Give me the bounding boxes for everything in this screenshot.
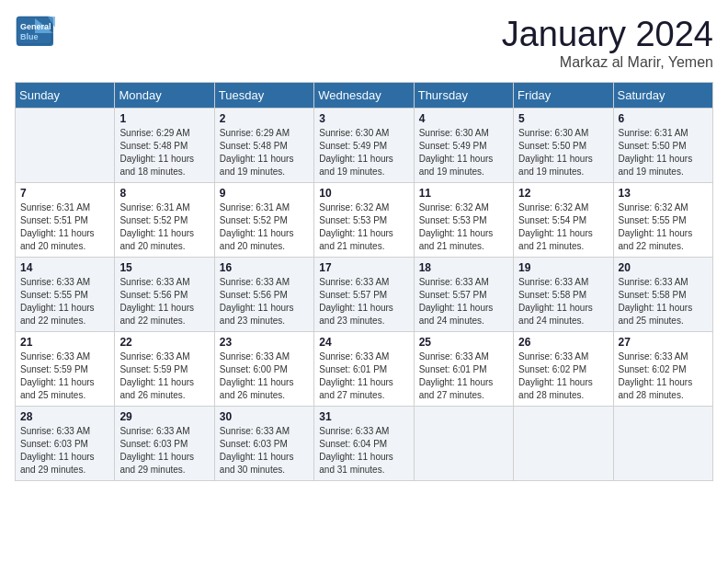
weekday-header: Saturday [613, 83, 712, 109]
day-info: Sunrise: 6:30 AM Sunset: 5:49 PM Dayligh… [419, 127, 508, 178]
calendar-week-row: 1Sunrise: 6:29 AM Sunset: 5:48 PM Daylig… [16, 109, 713, 183]
day-info: Sunrise: 6:33 AM Sunset: 6:01 PM Dayligh… [419, 350, 508, 402]
day-number: 10 [319, 187, 408, 200]
day-number: 1 [119, 112, 209, 125]
day-number: 19 [518, 261, 608, 274]
calendar-cell: 25Sunrise: 6:33 AM Sunset: 6:01 PM Dayli… [414, 332, 513, 407]
calendar-cell: 3Sunrise: 6:30 AM Sunset: 5:49 PM Daylig… [314, 109, 414, 183]
day-number: 14 [20, 261, 109, 274]
day-number: 9 [220, 187, 309, 200]
calendar-cell: 13Sunrise: 6:32 AM Sunset: 5:55 PM Dayli… [613, 183, 712, 258]
day-info: Sunrise: 6:29 AM Sunset: 5:48 PM Dayligh… [220, 127, 309, 178]
day-info: Sunrise: 6:33 AM Sunset: 5:56 PM Dayligh… [220, 276, 309, 327]
logo: General Blue [15, 15, 55, 48]
calendar-cell: 7Sunrise: 6:31 AM Sunset: 5:51 PM Daylig… [16, 183, 115, 258]
day-number: 12 [518, 187, 608, 200]
page-header: General Blue January 2024 Markaz al Mari… [15, 15, 713, 71]
day-number: 11 [419, 187, 508, 200]
day-info: Sunrise: 6:33 AM Sunset: 5:57 PM Dayligh… [419, 276, 508, 327]
month-title: January 2024 [502, 15, 713, 54]
calendar-cell: 23Sunrise: 6:33 AM Sunset: 6:00 PM Dayli… [214, 332, 313, 407]
calendar-cell [514, 407, 613, 481]
calendar-cell [414, 407, 513, 481]
calendar-cell: 18Sunrise: 6:33 AM Sunset: 5:57 PM Dayli… [414, 258, 513, 332]
day-number: 28 [20, 410, 109, 423]
day-number: 31 [319, 410, 408, 423]
calendar-cell: 6Sunrise: 6:31 AM Sunset: 5:50 PM Daylig… [613, 109, 712, 183]
calendar-cell: 26Sunrise: 6:33 AM Sunset: 6:02 PM Dayli… [514, 332, 613, 407]
weekday-header: Tuesday [214, 83, 313, 109]
calendar-cell: 4Sunrise: 6:30 AM Sunset: 5:49 PM Daylig… [414, 109, 513, 183]
day-number: 3 [319, 112, 408, 125]
day-info: Sunrise: 6:33 AM Sunset: 6:00 PM Dayligh… [220, 350, 309, 402]
day-number: 23 [220, 336, 309, 349]
location-title: Markaz al Marir, Yemen [502, 54, 713, 71]
calendar-cell: 11Sunrise: 6:32 AM Sunset: 5:53 PM Dayli… [414, 183, 513, 258]
day-info: Sunrise: 6:32 AM Sunset: 5:55 PM Dayligh… [619, 201, 708, 253]
calendar-cell: 14Sunrise: 6:33 AM Sunset: 5:55 PM Dayli… [16, 258, 115, 332]
calendar-cell: 16Sunrise: 6:33 AM Sunset: 5:56 PM Dayli… [214, 258, 313, 332]
calendar-week-row: 14Sunrise: 6:33 AM Sunset: 5:55 PM Dayli… [16, 258, 713, 332]
day-info: Sunrise: 6:33 AM Sunset: 6:01 PM Dayligh… [319, 350, 408, 402]
day-number: 21 [20, 336, 109, 349]
day-info: Sunrise: 6:33 AM Sunset: 5:57 PM Dayligh… [319, 276, 408, 327]
day-info: Sunrise: 6:33 AM Sunset: 5:56 PM Dayligh… [119, 276, 209, 327]
calendar-cell: 30Sunrise: 6:33 AM Sunset: 6:03 PM Dayli… [214, 407, 313, 481]
day-info: Sunrise: 6:33 AM Sunset: 5:58 PM Dayligh… [619, 276, 708, 327]
calendar-cell: 8Sunrise: 6:31 AM Sunset: 5:52 PM Daylig… [115, 183, 214, 258]
day-number: 2 [220, 112, 309, 125]
day-number: 24 [319, 336, 408, 349]
calendar-week-row: 28Sunrise: 6:33 AM Sunset: 6:03 PM Dayli… [16, 407, 713, 481]
day-info: Sunrise: 6:33 AM Sunset: 6:02 PM Dayligh… [619, 350, 708, 402]
day-number: 8 [119, 187, 209, 200]
weekday-header: Sunday [16, 83, 115, 109]
weekday-header: Monday [115, 83, 214, 109]
day-info: Sunrise: 6:31 AM Sunset: 5:50 PM Dayligh… [619, 127, 708, 178]
calendar-cell: 20Sunrise: 6:33 AM Sunset: 5:58 PM Dayli… [613, 258, 712, 332]
day-number: 7 [20, 187, 109, 200]
day-info: Sunrise: 6:29 AM Sunset: 5:48 PM Dayligh… [119, 127, 209, 178]
calendar-cell: 27Sunrise: 6:33 AM Sunset: 6:02 PM Dayli… [613, 332, 712, 407]
calendar-cell: 9Sunrise: 6:31 AM Sunset: 5:52 PM Daylig… [214, 183, 313, 258]
calendar-cell: 12Sunrise: 6:32 AM Sunset: 5:54 PM Dayli… [514, 183, 613, 258]
day-info: Sunrise: 6:32 AM Sunset: 5:53 PM Dayligh… [419, 201, 508, 253]
day-number: 18 [419, 261, 508, 274]
day-info: Sunrise: 6:33 AM Sunset: 6:04 PM Dayligh… [319, 425, 408, 477]
calendar-cell [16, 109, 115, 183]
day-number: 4 [419, 112, 508, 125]
day-info: Sunrise: 6:30 AM Sunset: 5:50 PM Dayligh… [518, 127, 608, 178]
day-number: 20 [619, 261, 708, 274]
day-info: Sunrise: 6:31 AM Sunset: 5:51 PM Dayligh… [20, 201, 109, 253]
day-number: 26 [518, 336, 608, 349]
weekday-header: Friday [514, 83, 613, 109]
day-info: Sunrise: 6:31 AM Sunset: 5:52 PM Dayligh… [119, 201, 209, 253]
day-info: Sunrise: 6:32 AM Sunset: 5:53 PM Dayligh… [319, 201, 408, 253]
logo-icon: General Blue [15, 15, 55, 48]
day-number: 22 [119, 336, 209, 349]
day-info: Sunrise: 6:33 AM Sunset: 5:59 PM Dayligh… [20, 350, 109, 402]
day-info: Sunrise: 6:32 AM Sunset: 5:54 PM Dayligh… [518, 201, 608, 253]
day-info: Sunrise: 6:33 AM Sunset: 6:03 PM Dayligh… [119, 425, 209, 477]
weekday-header-row: SundayMondayTuesdayWednesdayThursdayFrid… [16, 83, 713, 109]
calendar-cell: 17Sunrise: 6:33 AM Sunset: 5:57 PM Dayli… [314, 258, 414, 332]
calendar-cell: 15Sunrise: 6:33 AM Sunset: 5:56 PM Dayli… [115, 258, 214, 332]
calendar-table: SundayMondayTuesdayWednesdayThursdayFrid… [15, 82, 713, 481]
day-number: 30 [220, 410, 309, 423]
day-number: 29 [119, 410, 209, 423]
calendar-cell: 1Sunrise: 6:29 AM Sunset: 5:48 PM Daylig… [115, 109, 214, 183]
day-info: Sunrise: 6:31 AM Sunset: 5:52 PM Dayligh… [220, 201, 309, 253]
calendar-cell: 5Sunrise: 6:30 AM Sunset: 5:50 PM Daylig… [514, 109, 613, 183]
day-info: Sunrise: 6:33 AM Sunset: 6:02 PM Dayligh… [518, 350, 608, 402]
calendar-week-row: 21Sunrise: 6:33 AM Sunset: 5:59 PM Dayli… [16, 332, 713, 407]
day-number: 25 [419, 336, 508, 349]
title-block: January 2024 Markaz al Marir, Yemen [502, 15, 713, 71]
day-info: Sunrise: 6:33 AM Sunset: 6:03 PM Dayligh… [20, 425, 109, 477]
calendar-week-row: 7Sunrise: 6:31 AM Sunset: 5:51 PM Daylig… [16, 183, 713, 258]
svg-text:Blue: Blue [20, 32, 39, 41]
day-number: 27 [619, 336, 708, 349]
svg-text:General: General [20, 22, 51, 31]
calendar-cell: 2Sunrise: 6:29 AM Sunset: 5:48 PM Daylig… [214, 109, 313, 183]
day-info: Sunrise: 6:33 AM Sunset: 5:58 PM Dayligh… [518, 276, 608, 327]
day-number: 13 [619, 187, 708, 200]
calendar-cell: 10Sunrise: 6:32 AM Sunset: 5:53 PM Dayli… [314, 183, 414, 258]
